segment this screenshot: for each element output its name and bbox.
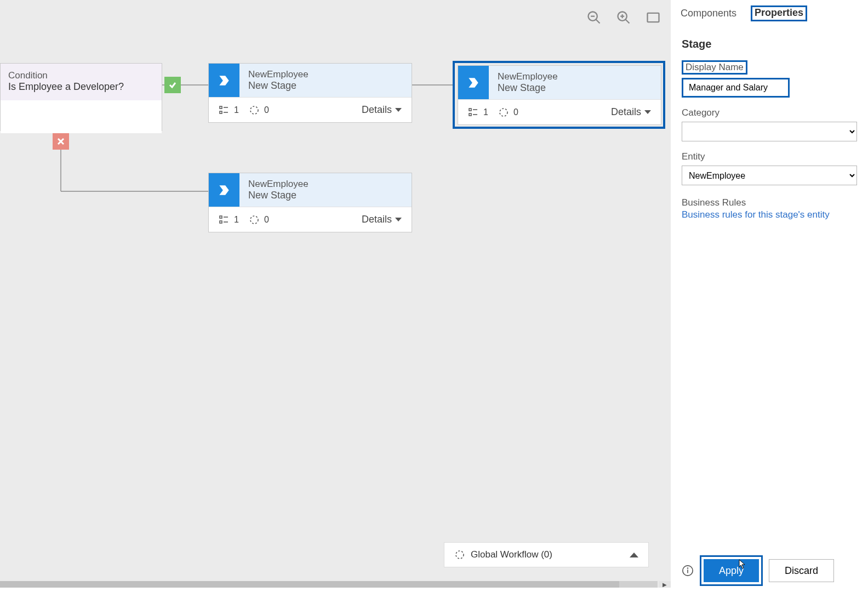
condition-text: Is Employee a Developer?	[8, 81, 154, 93]
properties-pane: Components Properties Stage Display Name…	[671, 0, 868, 592]
svg-point-28	[250, 216, 258, 224]
triggers-count: 0	[264, 215, 269, 225]
stage-icon	[466, 76, 481, 90]
steps-icon	[219, 214, 230, 225]
apply-button[interactable]: Apply	[704, 559, 759, 582]
stage-name-label: New Stage	[248, 190, 309, 201]
entity-label: Entity	[682, 151, 857, 162]
svg-rect-14	[220, 106, 222, 109]
triggers-icon	[249, 105, 260, 116]
svg-point-29	[456, 551, 464, 559]
discard-button[interactable]: Discard	[769, 559, 834, 582]
stage-node-no[interactable]: NewEmployee New Stage 1 0 Details	[208, 173, 412, 232]
svg-rect-24	[220, 216, 222, 218]
chevron-down-icon	[395, 108, 402, 112]
steps-count: 1	[483, 107, 488, 117]
business-rules-label: Business Rules	[682, 197, 857, 208]
close-icon	[56, 137, 65, 146]
steps-count: 1	[234, 215, 239, 225]
global-workflow-panel[interactable]: Global Workflow (0)	[444, 542, 649, 567]
stage-icon	[217, 73, 231, 88]
tab-properties[interactable]: Properties	[751, 5, 807, 21]
steps-count: 1	[234, 105, 239, 115]
side-tabs: Components Properties	[671, 0, 868, 21]
svg-line-1	[596, 20, 600, 24]
stage-icon	[217, 183, 231, 197]
category-label: Category	[682, 107, 857, 118]
zoom-in-icon[interactable]	[616, 10, 631, 25]
chevron-down-icon	[395, 218, 402, 221]
stage-icon-box	[209, 64, 239, 97]
triggers-count: 0	[513, 107, 518, 117]
fit-to-screen-icon[interactable]	[646, 10, 661, 25]
stage-icon-box	[458, 66, 489, 99]
svg-rect-25	[220, 221, 222, 223]
svg-point-32	[688, 568, 688, 568]
triggers-icon	[249, 214, 260, 225]
chevron-down-icon	[644, 110, 651, 114]
info-icon[interactable]	[682, 565, 694, 577]
details-toggle[interactable]: Details	[611, 106, 651, 118]
svg-rect-20	[469, 113, 471, 116]
tab-components[interactable]: Components	[679, 5, 738, 21]
steps-icon	[468, 107, 479, 118]
stage-icon-box	[209, 173, 239, 207]
chevron-up-icon	[630, 553, 638, 557]
stage-entity-label: NewEmployee	[248, 179, 309, 190]
details-toggle[interactable]: Details	[362, 104, 402, 116]
category-select[interactable]	[682, 122, 857, 141]
details-toggle[interactable]: Details	[362, 214, 402, 225]
business-rules-link[interactable]: Business rules for this stage's entity	[682, 209, 857, 220]
checkmark-icon	[168, 81, 177, 89]
branch-yes-badge	[164, 77, 181, 93]
triggers-count: 0	[264, 105, 269, 115]
stage-entity-label: NewEmployee	[498, 71, 558, 82]
zoom-out-icon[interactable]	[586, 10, 602, 25]
branch-no-badge	[53, 133, 69, 150]
svg-point-23	[500, 109, 507, 116]
svg-point-18	[250, 106, 258, 114]
stage-name-label: New Stage	[248, 80, 309, 92]
designer-canvas[interactable]: Condition Is Employee a Developer? NewEm…	[0, 0, 671, 588]
horizontal-scrollbar[interactable]	[0, 581, 658, 588]
panel-section-title: Stage	[682, 38, 857, 50]
condition-node[interactable]: Condition Is Employee a Developer?	[0, 63, 162, 131]
stage-node-selected[interactable]: NewEmployee New Stage 1 0 Details	[458, 65, 661, 125]
entity-select[interactable]: NewEmployee	[682, 166, 857, 185]
display-name-input[interactable]	[682, 78, 790, 98]
workflow-icon	[454, 549, 465, 560]
display-name-label: Display Name	[682, 60, 747, 75]
svg-rect-19	[469, 109, 471, 111]
scroll-right-arrow[interactable]: ▶	[659, 581, 671, 588]
canvas-toolbar	[586, 10, 661, 25]
svg-line-4	[626, 20, 630, 24]
stage-name-label: New Stage	[498, 82, 558, 94]
stage-node-yes[interactable]: NewEmployee New Stage 1 0 Details	[208, 63, 412, 123]
condition-title: Condition	[8, 70, 154, 81]
triggers-icon	[498, 107, 509, 118]
global-workflow-label: Global Workflow (0)	[471, 549, 552, 560]
svg-rect-15	[220, 111, 222, 113]
stage-entity-label: NewEmployee	[248, 69, 309, 80]
steps-icon	[219, 105, 230, 116]
svg-rect-7	[648, 13, 659, 22]
